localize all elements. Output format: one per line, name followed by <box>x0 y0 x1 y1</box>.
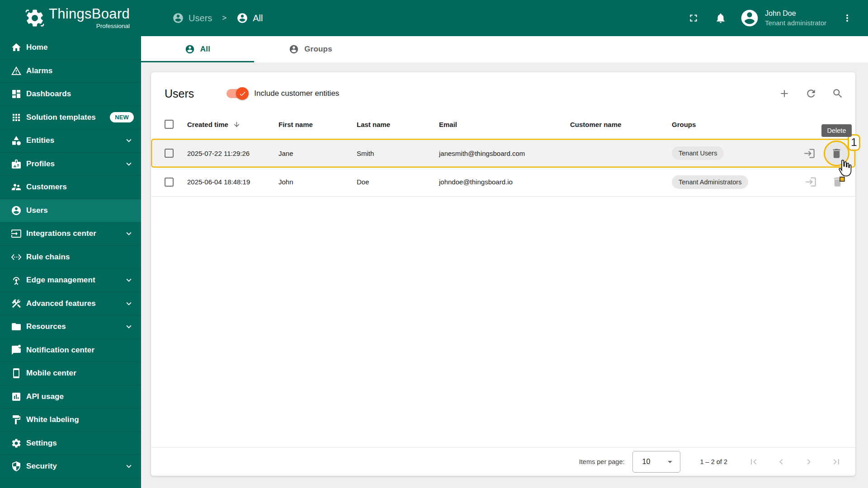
last-page-button[interactable] <box>831 456 842 467</box>
table-header: Created time First name Last name Email … <box>151 104 855 139</box>
sidebar-item-alarms[interactable]: Alarms <box>0 60 141 83</box>
shield-icon <box>11 461 22 472</box>
sidebar-item-settings[interactable]: Settings <box>0 432 141 455</box>
table-footer: Items per page: 10 1 – 2 of 2 <box>151 447 855 476</box>
thingsboard-logo[interactable]: ThingsBoard Professional <box>24 7 130 29</box>
sidebar-item-profiles[interactable]: Profiles <box>0 153 141 176</box>
bar-chart-icon <box>11 391 22 402</box>
sidebar-item-security[interactable]: Security <box>0 455 141 479</box>
cell-created-time: 2025-06-04 18:48:19 <box>187 178 278 186</box>
pagination-controls <box>748 456 842 467</box>
column-header-created-time[interactable]: Created time <box>187 121 278 128</box>
brand-subtitle: Professional <box>96 23 130 29</box>
chevron-down-icon <box>124 299 134 309</box>
breadcrumb-all[interactable]: All <box>236 12 263 24</box>
dropdown-arrow-icon <box>665 456 675 467</box>
tabbar: All Groups <box>141 36 868 62</box>
user-icon <box>236 12 248 24</box>
sidebar-item-solution-templates[interactable]: Solution templates NEW <box>0 106 141 130</box>
sidebar-item-users[interactable]: Users <box>0 199 141 223</box>
more-options-button[interactable] <box>836 7 858 29</box>
chevron-down-icon <box>124 461 134 471</box>
sidebar-item-customers[interactable]: Customers <box>0 176 141 199</box>
account-circle-icon <box>289 44 299 54</box>
items-per-page-select[interactable]: 10 <box>632 451 680 473</box>
main-content: All Groups Users Include customer entiti… <box>141 36 868 488</box>
group-chip[interactable]: Tenant Users <box>672 146 724 160</box>
search-button[interactable] <box>832 88 844 99</box>
row-checkbox[interactable] <box>165 149 174 158</box>
column-header-first-name[interactable]: First name <box>278 121 357 128</box>
login-as-user-button[interactable] <box>805 176 817 188</box>
sidebar-item-notification-center[interactable]: Notification center <box>0 339 141 362</box>
column-header-email[interactable]: Email <box>439 121 570 128</box>
sidebar-item-home[interactable]: Home <box>0 36 141 60</box>
card-header: Users Include customer entities <box>151 72 855 104</box>
login-icon <box>805 176 817 188</box>
tab-groups[interactable]: Groups <box>254 36 367 62</box>
refresh-button[interactable] <box>805 88 817 99</box>
add-user-button[interactable] <box>778 88 790 99</box>
login-as-user-button[interactable] <box>803 147 816 160</box>
row-checkbox[interactable] <box>165 178 174 187</box>
sidebar-item-white-labeling[interactable]: White labeling <box>0 408 141 432</box>
sidebar-item-dashboards[interactable]: Dashboards <box>0 83 141 106</box>
chevron-down-icon <box>124 136 134 145</box>
user-role: Tenant administrator <box>765 19 826 27</box>
column-header-groups[interactable]: Groups <box>672 121 795 128</box>
column-header-last-name[interactable]: Last name <box>357 121 439 128</box>
plus-icon <box>778 88 790 99</box>
pagination-range: 1 – 2 of 2 <box>700 458 727 465</box>
gear-icon <box>11 438 22 449</box>
fullscreen-button[interactable] <box>683 7 704 29</box>
app-header: ThingsBoard Professional Users > All <box>0 0 868 36</box>
cell-first-name: John <box>278 178 357 186</box>
folder-icon <box>11 321 22 332</box>
sidebar-item-integrations-center[interactable]: Integrations center <box>0 222 141 246</box>
notifications-bell-button[interactable] <box>710 7 731 29</box>
breadcrumb-users[interactable]: Users <box>172 12 212 24</box>
items-per-page-label: Items per page: <box>579 458 625 465</box>
page-title: Users <box>165 87 194 100</box>
sidebar-item-rule-chains[interactable]: Rule chains <box>0 246 141 269</box>
cell-created-time: 2025-07-22 11:29:26 <box>187 150 278 157</box>
previous-page-button[interactable] <box>776 456 787 467</box>
sort-desc-arrow-icon <box>233 121 241 128</box>
table-row-jane-smith[interactable]: 2025-07-22 11:29:26 Jane Smith janesmith… <box>151 139 855 168</box>
user-menu[interactable]: John Doe Tenant administrator <box>740 8 826 28</box>
table-empty-space <box>151 197 855 447</box>
card-actions <box>778 88 844 99</box>
thingsboard-logo-icon <box>24 8 45 28</box>
table-row-john-doe[interactable]: 2025-06-04 18:48:19 John Doe johndoe@thi… <box>151 168 855 197</box>
breadcrumb-all-label: All <box>253 13 263 23</box>
cell-last-name: Smith <box>357 150 439 157</box>
delete-user-button[interactable]: Delete 1 <box>824 141 849 166</box>
home-icon <box>11 42 22 53</box>
account-circle-icon <box>11 205 22 216</box>
column-header-customer-name[interactable]: Customer name <box>570 121 672 128</box>
badge-card-icon <box>11 159 22 169</box>
include-customer-entities-toggle[interactable] <box>226 89 247 98</box>
sidebar-item-api-usage[interactable]: API usage <box>0 385 141 409</box>
sidebar-item-entities[interactable]: Entities <box>0 129 141 153</box>
sidebar-item-edge-management[interactable]: Edge management <box>0 269 141 292</box>
account-circle-icon <box>185 44 195 54</box>
breadcrumb-separator: > <box>222 14 226 23</box>
hand-cursor-icon <box>836 159 853 182</box>
paint-roller-icon <box>11 414 22 425</box>
select-all-checkbox[interactable] <box>165 120 174 129</box>
group-chip[interactable]: Tenant Administrators <box>672 175 748 189</box>
content-area: Users Include customer entities <box>141 62 868 488</box>
toggle-thumb <box>236 87 249 100</box>
sidebar-item-resources[interactable]: Resources <box>0 315 141 339</box>
cell-groups: Tenant Users <box>672 146 795 160</box>
sidebar-item-advanced-features[interactable]: Advanced features <box>0 292 141 316</box>
tab-all[interactable]: All <box>141 36 254 62</box>
chevron-down-icon <box>124 159 134 169</box>
sidebar-item-mobile-center[interactable]: Mobile center <box>0 362 141 385</box>
first-page-button[interactable] <box>748 456 759 467</box>
next-page-button[interactable] <box>803 456 814 467</box>
login-icon <box>803 147 816 160</box>
row-actions: Delete 1 <box>795 141 855 166</box>
delete-tooltip: Delete <box>821 124 852 137</box>
